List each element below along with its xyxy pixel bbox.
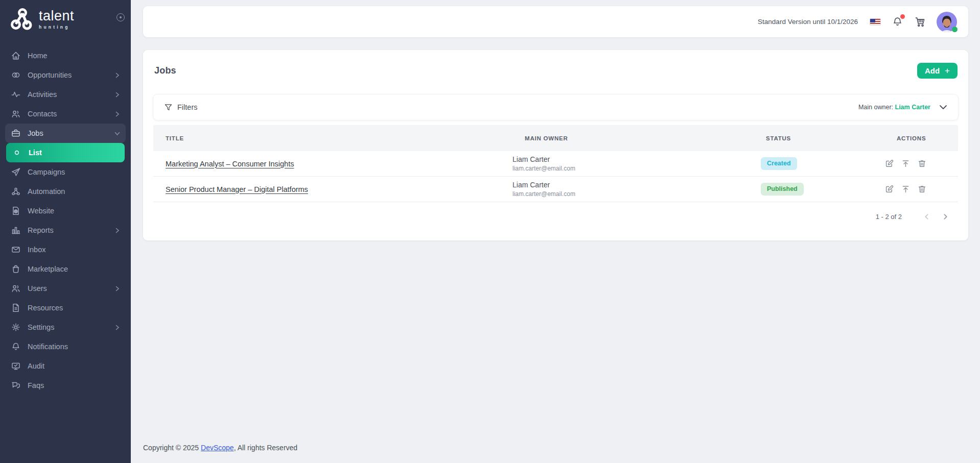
devscope-link[interactable]: DevScope — [201, 444, 234, 452]
sidebar: talent hunting Home Opportunities Activi… — [0, 0, 131, 463]
notifications-bell-icon[interactable] — [892, 16, 903, 28]
chevron-right-icon — [114, 228, 120, 233]
pagination: 1 - 2 of 2 — [143, 202, 968, 221]
nav-label: Reports — [28, 226, 54, 234]
file-icon — [11, 303, 21, 313]
sidebar-item-marketplace[interactable]: Marketplace — [5, 259, 126, 279]
owner-name: Liam Carter — [512, 181, 761, 190]
sidebar-item-notifications[interactable]: Notifications — [5, 337, 126, 356]
main-owner-filter: Main owner: Liam Carter — [858, 104, 930, 111]
sidebar-item-website[interactable]: Website — [5, 201, 126, 221]
edit-icon[interactable] — [884, 184, 894, 194]
owner-email: liam.carter@email.com — [512, 165, 761, 172]
sidebar-item-home[interactable]: Home — [5, 46, 126, 65]
sidebar-item-automation[interactable]: Automation — [5, 182, 126, 201]
logo: talent hunting — [0, 0, 131, 38]
sidebar-item-audit[interactable]: Audit — [5, 356, 126, 376]
sidebar-item-contacts[interactable]: Contacts — [5, 104, 126, 124]
chevron-down-icon — [114, 131, 120, 136]
chevron-right-icon — [114, 286, 120, 291]
avatar[interactable] — [937, 12, 957, 32]
sidebar-item-faqs[interactable]: Faqs — [5, 376, 126, 395]
sidebar-item-settings[interactable]: Settings — [5, 318, 126, 337]
nav-label: Campaigns — [28, 168, 65, 176]
jobs-panel: Jobs Add + Filters Main owner: Liam Cart… — [143, 50, 968, 240]
sidebar-item-resources[interactable]: Resources — [5, 298, 126, 318]
cart-icon[interactable] — [914, 16, 926, 28]
us-flag-icon[interactable] — [870, 18, 881, 26]
delete-icon[interactable] — [917, 159, 927, 168]
owner-name: Liam Carter — [512, 155, 761, 164]
chevron-right-icon — [114, 92, 120, 98]
website-icon — [11, 206, 21, 216]
add-button[interactable]: Add + — [917, 63, 958, 79]
panel-head: Jobs Add + — [143, 50, 968, 79]
nav-label: Automation — [28, 187, 65, 196]
sidebar-item-activities[interactable]: Activities — [5, 85, 126, 104]
table-header-row: Title Main Owner Status Actions — [153, 125, 958, 151]
main-content: Standard Version until 10/1/2026 — [131, 0, 980, 463]
notification-badge — [900, 14, 905, 19]
chart-icon — [11, 225, 21, 235]
nav-label: Opportunities — [28, 71, 72, 79]
nav-label: Home — [28, 52, 48, 60]
column-header-status: Status — [761, 135, 884, 141]
filters-expand-chevron-icon[interactable] — [938, 102, 949, 113]
audit-icon — [11, 361, 21, 371]
owner-email: liam.carter@email.com — [512, 190, 761, 198]
filter-funnel-icon — [164, 103, 173, 112]
nav-label: Faqs — [28, 381, 44, 389]
nav-label: Inbox — [28, 246, 45, 254]
bag-icon — [11, 264, 21, 274]
version-text: Standard Version until 10/1/2026 — [758, 18, 858, 26]
nav-label: Activities — [28, 90, 57, 99]
sidebar-item-inbox[interactable]: Inbox — [5, 240, 126, 259]
dot-icon — [12, 148, 22, 158]
send-icon — [11, 167, 21, 177]
sidebar-collapse-icon[interactable] — [116, 13, 125, 21]
logo-subtitle: hunting — [39, 25, 74, 30]
nav-label: Notifications — [28, 343, 68, 351]
sidebar-item-users[interactable]: Users — [5, 279, 126, 298]
online-status-dot — [952, 27, 958, 32]
sidebar-item-jobs[interactable]: Jobs — [5, 124, 126, 143]
job-title-link[interactable]: Senior Product Manager – Digital Platfor… — [166, 185, 308, 193]
plus-icon: + — [945, 66, 950, 75]
edit-icon[interactable] — [884, 159, 894, 168]
nav-label: Website — [28, 207, 54, 215]
nav-label: Resources — [28, 304, 63, 312]
logo-title: talent — [39, 9, 74, 23]
opportunities-icon — [11, 70, 21, 80]
status-badge: Published — [761, 183, 804, 196]
column-header-main-owner: Main Owner — [512, 135, 761, 141]
delete-icon[interactable] — [917, 184, 927, 194]
top-bar: Standard Version until 10/1/2026 — [143, 6, 968, 37]
sidebar-item-reports[interactable]: Reports — [5, 221, 126, 240]
table-row: Marketing Analyst – Consumer Insights Li… — [153, 151, 958, 177]
job-title-link[interactable]: Marketing Analyst – Consumer Insights — [166, 160, 294, 168]
filters-bar[interactable]: Filters Main owner: Liam Carter — [153, 94, 958, 120]
filters-label: Filters — [177, 103, 197, 111]
status-badge: Created — [761, 157, 797, 170]
page-range-text: 1 - 2 of 2 — [876, 213, 902, 221]
nav-label: Audit — [28, 362, 44, 370]
mail-icon — [11, 245, 21, 255]
chevron-right-icon — [114, 72, 120, 78]
footer-copyright-suffix: , All rights Reserved — [234, 444, 298, 452]
column-header-actions: Actions — [884, 135, 958, 141]
publish-icon[interactable] — [901, 184, 911, 194]
main-owner-label: Main owner: — [858, 104, 893, 111]
nav-label: Contacts — [28, 110, 57, 118]
pagination-next-icon[interactable] — [936, 213, 955, 220]
pagination-prev-icon[interactable] — [917, 213, 936, 220]
sidebar-item-opportunities[interactable]: Opportunities — [5, 65, 126, 85]
main-owner-value[interactable]: Liam Carter — [895, 104, 930, 111]
nav-label: Marketplace — [28, 265, 68, 273]
jobs-table: Title Main Owner Status Actions Marketin… — [153, 125, 958, 202]
sidebar-item-campaigns[interactable]: Campaigns — [5, 162, 126, 182]
nav-label: Jobs — [28, 129, 43, 137]
nav-label: Users — [28, 284, 47, 293]
column-header-title: Title — [153, 135, 512, 141]
publish-icon[interactable] — [901, 159, 911, 168]
sidebar-item-jobs-list[interactable]: List — [6, 143, 125, 162]
